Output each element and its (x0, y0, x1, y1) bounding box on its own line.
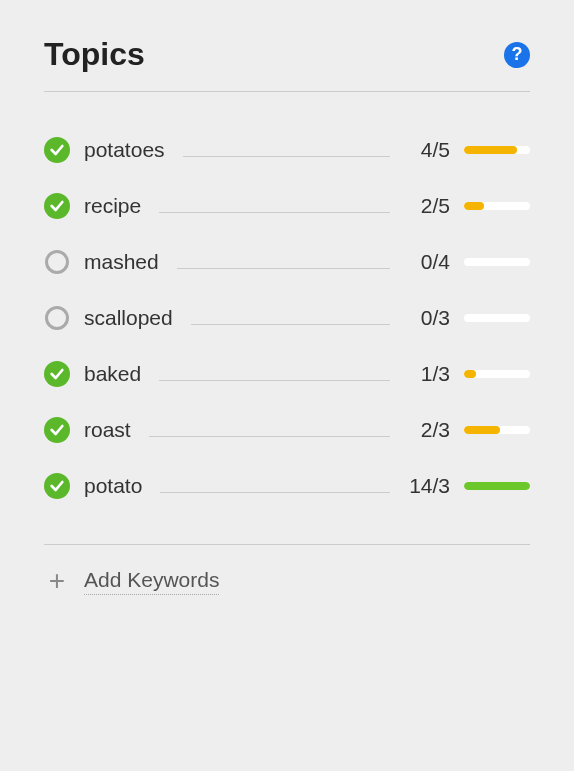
empty-circle-icon (44, 249, 70, 275)
progress-bar (464, 202, 530, 210)
help-glyph: ? (512, 44, 523, 65)
topic-label: potatoes (84, 138, 165, 162)
divider (44, 91, 530, 92)
filler-line (191, 324, 390, 325)
topic-label: scalloped (84, 306, 173, 330)
filler-line (160, 492, 390, 493)
page-title: Topics (44, 36, 145, 73)
topic-row[interactable]: potato14/3 (44, 458, 530, 514)
check-circle-icon (44, 473, 70, 499)
topic-count: 0/4 (408, 250, 450, 274)
progress-bar (464, 482, 530, 490)
topic-count: 2/3 (408, 418, 450, 442)
filler-line (159, 212, 390, 213)
progress-bar (464, 426, 530, 434)
topic-label: recipe (84, 194, 141, 218)
help-icon[interactable]: ? (504, 42, 530, 68)
topics-list: potatoes4/5recipe2/5mashed0/4scalloped0/… (44, 122, 530, 514)
topic-row[interactable]: recipe2/5 (44, 178, 530, 234)
filler-line (177, 268, 390, 269)
topic-count: 0/3 (408, 306, 450, 330)
progress-bar (464, 314, 530, 322)
topic-count: 14/3 (408, 474, 450, 498)
add-keywords-button[interactable]: + Add Keywords (44, 567, 530, 595)
topic-row[interactable]: potatoes4/5 (44, 122, 530, 178)
check-circle-icon (44, 417, 70, 443)
topic-label: baked (84, 362, 141, 386)
topic-row[interactable]: scalloped0/3 (44, 290, 530, 346)
topic-count: 1/3 (408, 362, 450, 386)
topic-row[interactable]: mashed0/4 (44, 234, 530, 290)
divider (44, 544, 530, 545)
check-circle-icon (44, 137, 70, 163)
progress-fill (464, 146, 517, 154)
progress-fill (464, 482, 530, 490)
topic-row[interactable]: roast2/3 (44, 402, 530, 458)
progress-fill (464, 202, 484, 210)
progress-bar (464, 258, 530, 266)
topic-label: roast (84, 418, 131, 442)
filler-line (159, 380, 390, 381)
topic-label: potato (84, 474, 142, 498)
progress-bar (464, 146, 530, 154)
topic-label: mashed (84, 250, 159, 274)
topics-header: Topics ? (44, 36, 530, 73)
filler-line (149, 436, 390, 437)
topic-count: 4/5 (408, 138, 450, 162)
check-circle-icon (44, 193, 70, 219)
empty-circle-icon (44, 305, 70, 331)
add-keywords-label: Add Keywords (84, 568, 219, 595)
topic-row[interactable]: baked1/3 (44, 346, 530, 402)
plus-icon: + (44, 567, 70, 595)
filler-line (183, 156, 390, 157)
check-circle-icon (44, 361, 70, 387)
progress-bar (464, 370, 530, 378)
progress-fill (464, 370, 476, 378)
progress-fill (464, 426, 500, 434)
topic-count: 2/5 (408, 194, 450, 218)
